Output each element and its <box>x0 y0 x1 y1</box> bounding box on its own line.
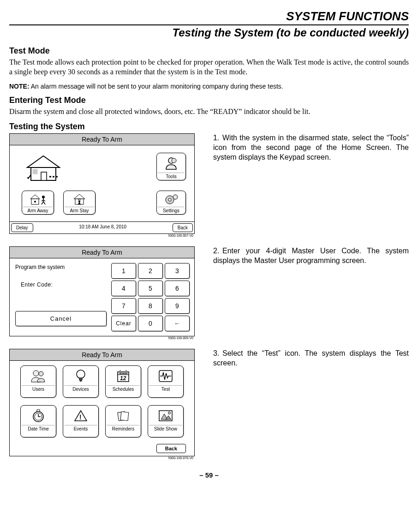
key-8[interactable]: 8 <box>138 298 163 314</box>
arm-away-label: Arm Away <box>23 207 53 213</box>
devices-label: Devices <box>64 385 97 392</box>
page-header: SYSTEM FUNCTIONS <box>9 9 409 25</box>
events-label: Events <box>64 425 97 431</box>
svg-rect-22 <box>79 378 82 380</box>
svg-point-41 <box>168 412 171 414</box>
svg-rect-3 <box>41 172 47 180</box>
key-7[interactable]: 7 <box>111 298 136 314</box>
header-subtitle: Testing the System (to be conducted week… <box>9 26 409 39</box>
page-number: – 59 – <box>9 471 409 479</box>
heading-entering-test: Entering Test Mode <box>9 96 409 105</box>
waveform-icon <box>149 368 182 384</box>
prompt-enter-code: Enter Code: <box>21 281 107 288</box>
stopwatch-icon <box>22 407 55 424</box>
svg-rect-28 <box>119 370 121 373</box>
slideshow-button[interactable]: Slide Show <box>148 405 184 437</box>
screen-2-wrapper: Ready To Arm Program the system Enter Co… <box>9 246 195 340</box>
screen-1-title: Ready To Arm <box>10 134 194 145</box>
screen-2-ref: 5000-100-009-V0 <box>9 336 195 340</box>
arm-away-icon <box>23 193 53 206</box>
screen-keypad: Ready To Arm Program the system Enter Co… <box>9 246 195 336</box>
para-entering-test: Disarm the system and close all protecte… <box>9 107 409 117</box>
cancel-button[interactable]: Cancel <box>15 311 107 326</box>
datetime-label: 10:18 AM June 8, 2010 <box>35 222 171 233</box>
users-button[interactable]: Users <box>20 365 56 398</box>
arm-stay-label: Arm Stay <box>65 207 94 213</box>
person-icon <box>158 155 185 172</box>
svg-point-19 <box>33 371 39 376</box>
svg-point-20 <box>39 371 43 376</box>
note: NOTE: An alarm message will not be sent … <box>9 83 409 90</box>
arm-stay-icon <box>65 193 94 206</box>
settings-button[interactable]: Settings <box>156 191 186 215</box>
tools-label: Tools <box>158 173 185 179</box>
datetime-label: Date Time <box>22 425 55 431</box>
para-test-mode: The Test mode allows each protection poi… <box>9 58 409 77</box>
note-label: NOTE: <box>9 83 30 90</box>
heading-testing-system: Testing the System <box>9 122 409 132</box>
screen-3-wrapper: Ready To Arm Users Devices MONDAY12 Sche… <box>9 349 195 460</box>
calendar-icon: MONDAY12 <box>107 368 140 384</box>
arm-stay-button[interactable]: Arm Stay <box>63 191 96 215</box>
users-label: Users <box>22 385 55 392</box>
key-clear[interactable]: Clear <box>111 316 136 331</box>
devices-button[interactable]: Devices <box>63 365 99 398</box>
screen-1-ref: 5000-100-007-V0 <box>9 234 195 237</box>
svg-rect-29 <box>125 370 127 373</box>
svg-point-9 <box>34 201 36 203</box>
reminders-button[interactable]: Reminders <box>105 405 141 437</box>
step-row-2: Ready To Arm Program the system Enter Co… <box>9 246 409 340</box>
screen-1-bottombar: Delay 10:18 AM June 8, 2010 Back <box>10 221 194 233</box>
tools-button[interactable]: Tools <box>156 153 186 180</box>
svg-marker-11 <box>74 194 85 199</box>
svg-marker-0 <box>27 156 60 167</box>
settings-label: Settings <box>158 207 185 213</box>
svg-text:12: 12 <box>120 375 126 382</box>
screen-3-title: Ready To Arm <box>10 349 194 361</box>
svg-point-21 <box>77 370 85 378</box>
key-4[interactable]: 4 <box>111 281 136 296</box>
schedules-button[interactable]: MONDAY12 Schedules <box>105 365 141 398</box>
svg-rect-23 <box>80 380 82 382</box>
datetime-button[interactable]: Date Time <box>20 405 56 437</box>
alert-icon: ! <box>64 407 97 424</box>
svg-text:✓: ✓ <box>26 173 32 181</box>
house-icon: ✓ <box>23 154 64 181</box>
svg-point-6 <box>172 158 176 163</box>
svg-rect-37 <box>120 412 129 421</box>
test-label: Test <box>149 385 182 392</box>
key-6[interactable]: 6 <box>165 281 190 296</box>
keypad: 1 2 3 4 5 6 7 8 9 Clear 0 ← <box>109 261 191 333</box>
schedules-label: Schedules <box>107 385 140 392</box>
key-5[interactable]: 5 <box>138 281 163 296</box>
key-3[interactable]: 3 <box>165 263 190 279</box>
step-row-1: Ready To Arm ✓ Tools Arm Away <box>9 133 409 237</box>
reminders-label: Reminders <box>107 425 140 431</box>
users-icon <box>22 368 55 384</box>
back-button-3[interactable]: Back <box>156 444 186 453</box>
note-body: An alarm message will not be sent to you… <box>31 83 283 90</box>
gear-icon <box>158 193 185 206</box>
delay-button[interactable]: Delay <box>11 223 33 232</box>
picture-icon <box>149 407 182 424</box>
screen-1-wrapper: Ready To Arm ✓ Tools Arm Away <box>9 133 195 237</box>
back-button-1[interactable]: Back <box>173 223 193 232</box>
step-row-3: Ready To Arm Users Devices MONDAY12 Sche… <box>9 349 409 460</box>
svg-rect-2 <box>33 169 37 174</box>
screen-2-title: Ready To Arm <box>10 247 194 258</box>
key-0[interactable]: 0 <box>138 316 163 331</box>
test-button[interactable]: Test <box>148 365 184 398</box>
key-1[interactable]: 1 <box>111 263 136 279</box>
events-button[interactable]: ! Events <box>63 405 99 437</box>
key-2[interactable]: 2 <box>138 263 163 279</box>
step-2-text: 2.Enter your 4-digit Master User Code. T… <box>213 246 409 266</box>
step-3-text: 3.Select the “Test” icon. The system dis… <box>213 349 409 368</box>
key-9[interactable]: 9 <box>165 298 190 314</box>
key-backspace[interactable]: ← <box>165 316 190 331</box>
bulb-icon <box>64 368 97 384</box>
svg-marker-7 <box>30 195 40 199</box>
svg-text:!: ! <box>79 413 82 421</box>
svg-rect-33 <box>37 410 40 412</box>
screen-home: Ready To Arm ✓ Tools Arm Away <box>9 133 195 234</box>
arm-away-button[interactable]: Arm Away <box>22 191 54 215</box>
